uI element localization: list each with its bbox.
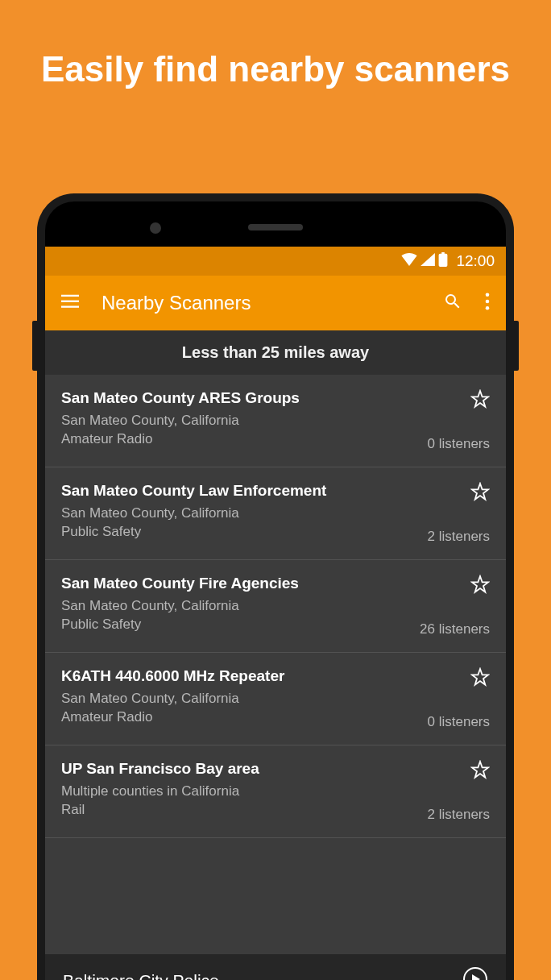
list-item[interactable]: K6ATH 440.6000 MHz Repeater San Mateo Co… xyxy=(45,653,506,745)
list-item[interactable]: San Mateo County ARES Groups San Mateo C… xyxy=(45,375,506,467)
item-category: Rail xyxy=(61,801,416,820)
status-time: 12:00 xyxy=(456,252,495,270)
search-icon[interactable] xyxy=(443,292,462,314)
item-category: Amateur Radio xyxy=(61,430,416,449)
item-category: Public Safety xyxy=(61,616,408,634)
list-item[interactable]: San Mateo County Fire Agencies San Mateo… xyxy=(45,560,506,653)
item-listeners: 2 listeners xyxy=(428,529,490,545)
item-category: Amateur Radio xyxy=(61,708,416,727)
section-header: Less than 25 miles away xyxy=(45,330,506,375)
item-location: San Mateo County, California xyxy=(61,597,408,616)
phone-side-button-left xyxy=(32,321,37,371)
item-location: San Mateo County, California xyxy=(61,505,416,523)
now-playing-title: Baltimore City Police xyxy=(63,971,451,980)
promo-title: Easily find nearby scanners xyxy=(0,0,551,123)
scanner-list[interactable]: San Mateo County ARES Groups San Mateo C… xyxy=(45,375,506,954)
menu-icon[interactable] xyxy=(61,294,79,312)
svg-point-5 xyxy=(486,306,490,310)
star-icon[interactable] xyxy=(470,575,490,597)
item-title: K6ATH 440.6000 MHz Repeater xyxy=(61,667,416,685)
item-location: San Mateo County, California xyxy=(61,690,416,708)
now-playing-bar[interactable]: Baltimore City Police xyxy=(45,954,506,980)
status-bar: 12:00 xyxy=(45,247,506,276)
item-category: Public Safety xyxy=(61,523,416,542)
svg-rect-2 xyxy=(61,306,79,308)
item-listeners: 26 listeners xyxy=(420,621,490,637)
star-icon[interactable] xyxy=(470,760,490,783)
app-bar-title: Nearby Scanners xyxy=(102,292,420,314)
item-listeners: 2 listeners xyxy=(428,807,490,823)
svg-rect-1 xyxy=(61,301,79,302)
item-location: Multiple counties in California xyxy=(61,783,416,801)
play-icon[interactable] xyxy=(462,966,488,980)
app-bar: Nearby Scanners xyxy=(45,276,506,330)
phone-side-button-right xyxy=(514,321,519,371)
item-listeners: 0 listeners xyxy=(428,714,490,730)
more-icon[interactable] xyxy=(485,293,490,314)
star-icon[interactable] xyxy=(470,389,490,412)
battery-icon xyxy=(438,252,448,270)
star-icon[interactable] xyxy=(470,482,490,505)
phone-frame: 12:00 Nearby Scanners Less than 25 miles… xyxy=(37,193,514,980)
item-title: UP San Francisco Bay area xyxy=(61,760,416,778)
svg-point-3 xyxy=(486,293,490,297)
phone-speaker xyxy=(248,224,303,230)
list-item[interactable]: UP San Francisco Bay area Multiple count… xyxy=(45,745,506,838)
item-title: San Mateo County Law Enforcement xyxy=(61,482,416,500)
svg-point-4 xyxy=(486,300,490,304)
item-title: San Mateo County Fire Agencies xyxy=(61,575,408,592)
svg-rect-0 xyxy=(61,295,79,297)
list-item[interactable]: San Mateo County Law Enforcement San Mat… xyxy=(45,467,506,560)
phone-camera xyxy=(150,222,161,234)
item-title: San Mateo County ARES Groups xyxy=(61,389,416,407)
signal-icon xyxy=(420,253,435,269)
wifi-icon xyxy=(401,253,417,269)
item-location: San Mateo County, California xyxy=(61,412,416,430)
item-listeners: 0 listeners xyxy=(428,436,490,452)
star-icon[interactable] xyxy=(470,667,490,690)
